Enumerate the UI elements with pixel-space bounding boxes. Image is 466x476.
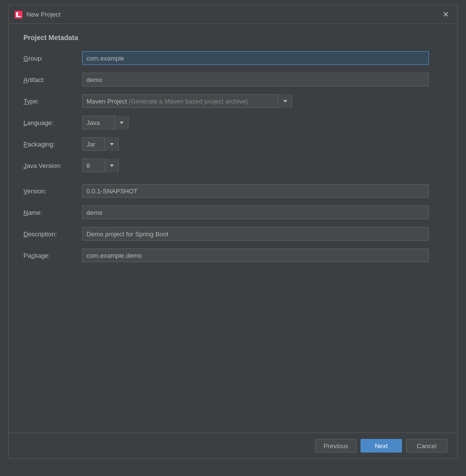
language-select[interactable]: Java xyxy=(82,116,128,129)
svg-rect-0 xyxy=(15,11,22,19)
dialog-overlay: New Project ✕ Project Metadata Group: Ar… xyxy=(0,0,466,476)
cancel-button[interactable]: Cancel xyxy=(406,439,447,453)
type-select[interactable]: Maven Project (Generate a Maven based pr… xyxy=(82,94,292,108)
type-label: Type: xyxy=(23,98,82,105)
previous-button[interactable]: Previous xyxy=(315,439,357,453)
java-version-dropdown-arrow[interactable] xyxy=(105,159,118,172)
svg-rect-2 xyxy=(16,16,21,17)
version-label: Version: xyxy=(23,187,82,195)
chevron-down-icon xyxy=(120,122,124,124)
intellij-icon xyxy=(15,11,22,19)
name-input[interactable] xyxy=(82,206,429,219)
type-select-text: Maven Project (Generate a Maven based pr… xyxy=(83,98,278,105)
name-row: Name: xyxy=(23,206,443,219)
packaging-label: Packaging: xyxy=(23,141,82,148)
dialog-footer: Previous Next Cancel xyxy=(9,433,457,458)
language-row: Language: Java xyxy=(23,116,443,129)
package-row: Package: xyxy=(23,248,443,262)
language-dropdown-arrow[interactable] xyxy=(114,116,128,129)
chevron-down-icon xyxy=(283,100,287,103)
java-version-row: Java Version: 8 xyxy=(23,159,443,172)
description-input[interactable] xyxy=(82,227,429,241)
artifact-input[interactable] xyxy=(82,73,429,86)
java-version-select-text: 8 xyxy=(83,162,105,169)
java-version-select[interactable]: 8 xyxy=(82,159,119,172)
version-row: Version: xyxy=(23,184,443,198)
group-input[interactable] xyxy=(82,51,429,65)
packaging-select[interactable]: Jar xyxy=(82,137,119,151)
dialog-title-left: New Project xyxy=(15,11,61,19)
description-label: Description: xyxy=(23,230,82,238)
name-label: Name: xyxy=(23,209,82,216)
section-title: Project Metadata xyxy=(23,34,443,41)
artifact-row: Artifact: xyxy=(23,73,443,86)
java-version-label: Java Version: xyxy=(23,162,82,169)
group-label: Group: xyxy=(23,55,82,62)
package-input[interactable] xyxy=(82,248,429,262)
close-button[interactable]: ✕ xyxy=(440,9,451,21)
version-input[interactable] xyxy=(82,184,429,198)
description-row: Description: xyxy=(23,227,443,241)
artifact-label: Artifact: xyxy=(23,76,82,83)
chevron-down-icon xyxy=(110,143,114,145)
spacer xyxy=(23,180,443,184)
packaging-row: Packaging: Jar xyxy=(23,137,443,151)
packaging-select-text: Jar xyxy=(83,141,105,148)
dialog-content: Project Metadata Group: Artifact: Type: xyxy=(9,24,457,433)
next-button[interactable]: Next xyxy=(360,439,402,453)
type-dropdown-arrow[interactable] xyxy=(278,94,292,108)
packaging-dropdown-arrow[interactable] xyxy=(105,137,118,151)
package-label: Package: xyxy=(23,252,82,259)
dialog-title-text: New Project xyxy=(26,11,61,18)
language-label: Language: xyxy=(23,119,82,126)
group-row: Group: xyxy=(23,51,443,65)
type-row: Type: Maven Project (Generate a Maven ba… xyxy=(23,94,443,108)
language-select-text: Java xyxy=(83,119,114,126)
new-project-dialog: New Project ✕ Project Metadata Group: Ar… xyxy=(8,5,458,459)
chevron-down-icon xyxy=(110,165,114,167)
dialog-titlebar: New Project ✕ xyxy=(9,5,457,24)
